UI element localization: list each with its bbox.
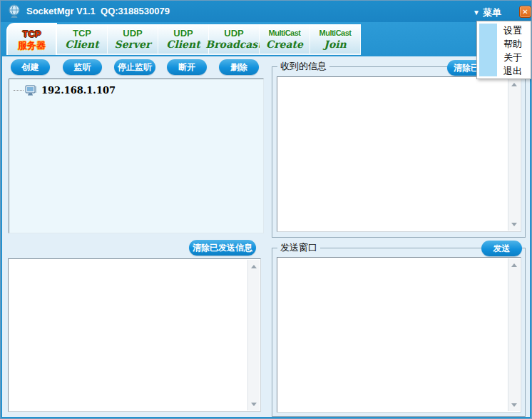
delete-button[interactable]: 删除	[219, 59, 259, 75]
computer-icon	[25, 85, 37, 96]
send-group-title: 发送窗口	[277, 242, 320, 253]
sent-textarea[interactable]	[11, 261, 246, 410]
tab-multicast-create[interactable]: MultiCast Create	[260, 24, 310, 54]
scroll-up-icon[interactable]	[248, 261, 260, 272]
scroll-down-icon[interactable]	[248, 398, 260, 410]
menu-trigger-label: 菜单	[483, 6, 501, 19]
tab-label-line2: Create	[266, 39, 303, 51]
tabs-row: TCP 服务器 TCP Client UDP Server UDP Client…	[6, 24, 361, 55]
tab-label-line1: MultiCast	[319, 28, 352, 39]
tree-panel[interactable]: 192.168.1.107	[9, 79, 264, 233]
tab-label-line2: Broadcast	[205, 39, 262, 51]
tab-tcp-client[interactable]: TCP Client	[57, 24, 108, 54]
chevron-down-icon: ▼	[473, 6, 480, 19]
tab-label-line1: UDP	[123, 28, 142, 39]
tab-label-line1: TCP	[73, 28, 91, 39]
received-scrollbar[interactable]	[508, 78, 520, 231]
app-window: SocketMgr V1.1 QQ:3188530079 ▼ 菜单 ✕ TCP …	[0, 0, 532, 419]
tab-label-line2: 服务器	[18, 39, 46, 51]
scroll-up-icon[interactable]	[508, 79, 520, 90]
tree-item[interactable]: 192.168.1.107	[9, 79, 263, 96]
menu-item-settings[interactable]: 设置	[477, 24, 531, 37]
tab-label-line1: UDP	[173, 28, 193, 39]
close-icon: ✕	[522, 8, 528, 16]
tab-multicast-join[interactable]: MultiCast Join	[310, 24, 361, 54]
send-button[interactable]: 发送	[481, 241, 522, 256]
tab-udp-broadcast[interactable]: UDP Broadcast	[209, 24, 260, 54]
titlebar: SocketMgr V1.1 QQ:3188530079 ▼ 菜单 ✕	[1, 1, 531, 23]
sent-scrollbar[interactable]	[247, 260, 260, 410]
globe-icon	[6, 4, 22, 19]
tab-label-line2: Server	[115, 39, 151, 51]
window-title: SocketMgr V1.1 QQ:3188530079	[26, 1, 170, 22]
tab-label-line2: Join	[324, 39, 346, 51]
disconnect-button[interactable]: 断开	[167, 59, 207, 75]
menu-trigger[interactable]: ▼ 菜单	[473, 6, 501, 19]
listen-button[interactable]: 监听	[63, 59, 102, 75]
tab-udp-server[interactable]: UDP Server	[108, 24, 158, 54]
tab-label-line2: Client	[166, 39, 200, 51]
send-window-panel	[277, 257, 521, 413]
scroll-down-icon[interactable]	[508, 218, 520, 230]
tab-label-line1: TCP	[23, 29, 41, 39]
close-button[interactable]: ✕	[519, 6, 531, 18]
tree-item-label: 192.168.1.107	[41, 85, 116, 96]
tab-label-line1: MultiCast	[269, 28, 301, 39]
create-button[interactable]: 创建	[11, 59, 50, 75]
menu-dropdown: 设置 帮助 关于 退出	[476, 21, 531, 79]
tab-label-line2: Client	[65, 39, 98, 51]
received-messages-panel	[277, 76, 521, 232]
received-group-title: 收到的信息	[277, 61, 329, 72]
send-textarea[interactable]	[280, 259, 506, 410]
menu-item-about[interactable]: 关于	[477, 51, 531, 64]
tree-connector	[14, 90, 24, 91]
sent-messages-panel	[8, 258, 261, 412]
send-scrollbar[interactable]	[508, 258, 520, 411]
stop-listen-button[interactable]: 停止监听	[114, 59, 155, 75]
tab-strip: TCP 服务器 TCP Client UDP Server UDP Client…	[1, 22, 531, 56]
tab-label-line1: UDP	[224, 28, 243, 39]
clear-sent-button[interactable]: 清除已发送信息	[189, 240, 256, 256]
menu-item-exit[interactable]: 退出	[477, 64, 531, 78]
scroll-up-icon[interactable]	[508, 259, 520, 271]
tab-udp-client[interactable]: UDP Client	[158, 24, 209, 54]
received-textarea[interactable]	[280, 79, 506, 230]
scroll-down-icon[interactable]	[508, 399, 520, 410]
menu-item-help[interactable]: 帮助	[477, 37, 531, 51]
tab-tcp-server[interactable]: TCP 服务器	[6, 23, 57, 55]
